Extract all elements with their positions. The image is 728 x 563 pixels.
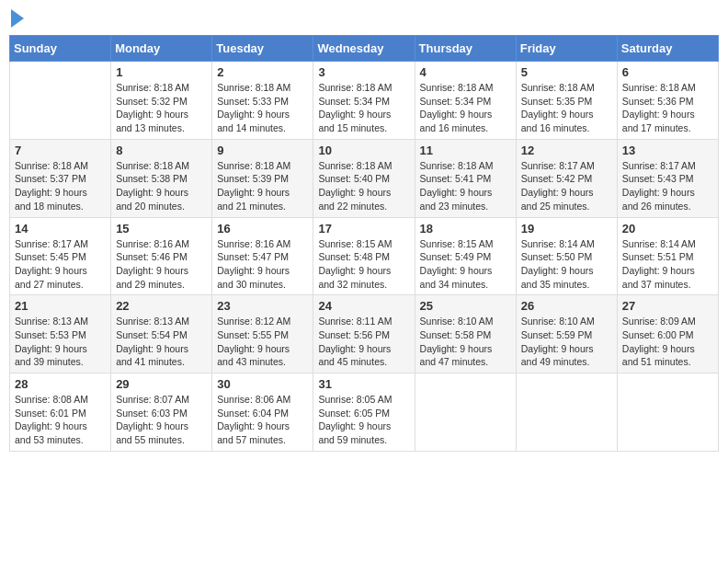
calendar-table: SundayMondayTuesdayWednesdayThursdayFrid… bbox=[9, 35, 719, 452]
calendar-cell: 5Sunrise: 8:18 AM Sunset: 5:35 PM Daylig… bbox=[516, 62, 617, 140]
calendar-cell: 25Sunrise: 8:10 AM Sunset: 5:58 PM Dayli… bbox=[415, 295, 516, 373]
page-header bbox=[9, 9, 719, 28]
day-number: 8 bbox=[116, 144, 207, 157]
calendar-cell: 18Sunrise: 8:15 AM Sunset: 5:49 PM Dayli… bbox=[415, 217, 516, 295]
day-number: 30 bbox=[217, 377, 308, 391]
calendar-cell: 26Sunrise: 8:10 AM Sunset: 5:59 PM Dayli… bbox=[516, 295, 617, 373]
day-content: Sunrise: 8:18 AM Sunset: 5:36 PM Dayligh… bbox=[622, 81, 713, 135]
calendar-cell: 11Sunrise: 8:18 AM Sunset: 5:41 PM Dayli… bbox=[415, 139, 516, 217]
calendar-cell: 15Sunrise: 8:16 AM Sunset: 5:46 PM Dayli… bbox=[111, 217, 212, 295]
day-number: 2 bbox=[217, 65, 308, 79]
calendar-cell: 16Sunrise: 8:16 AM Sunset: 5:47 PM Dayli… bbox=[212, 217, 313, 295]
calendar-cell: 13Sunrise: 8:17 AM Sunset: 5:43 PM Dayli… bbox=[617, 139, 718, 217]
day-number: 29 bbox=[116, 377, 207, 391]
calendar-cell: 22Sunrise: 8:13 AM Sunset: 5:54 PM Dayli… bbox=[111, 295, 212, 373]
day-content: Sunrise: 8:18 AM Sunset: 5:33 PM Dayligh… bbox=[217, 81, 308, 135]
day-number: 28 bbox=[15, 377, 106, 391]
day-content: Sunrise: 8:18 AM Sunset: 5:34 PM Dayligh… bbox=[420, 81, 511, 135]
day-number: 1 bbox=[116, 65, 207, 79]
logo-arrow-icon bbox=[11, 9, 24, 28]
day-content: Sunrise: 8:18 AM Sunset: 5:38 PM Dayligh… bbox=[116, 159, 207, 213]
day-content: Sunrise: 8:15 AM Sunset: 5:48 PM Dayligh… bbox=[318, 237, 409, 292]
day-number: 19 bbox=[521, 222, 612, 236]
day-number: 10 bbox=[318, 144, 409, 157]
day-content: Sunrise: 8:17 AM Sunset: 5:43 PM Dayligh… bbox=[622, 159, 713, 213]
day-content: Sunrise: 8:06 AM Sunset: 6:04 PM Dayligh… bbox=[217, 393, 308, 447]
day-content: Sunrise: 8:14 AM Sunset: 5:51 PM Dayligh… bbox=[622, 237, 713, 292]
day-number: 11 bbox=[420, 144, 511, 157]
day-content: Sunrise: 8:07 AM Sunset: 6:03 PM Dayligh… bbox=[116, 393, 207, 447]
calendar-cell bbox=[10, 62, 111, 140]
week-row-2: 7Sunrise: 8:18 AM Sunset: 5:37 PM Daylig… bbox=[10, 139, 719, 217]
day-number: 22 bbox=[116, 299, 207, 313]
calendar-cell: 3Sunrise: 8:18 AM Sunset: 5:34 PM Daylig… bbox=[313, 62, 415, 140]
calendar-cell: 29Sunrise: 8:07 AM Sunset: 6:03 PM Dayli… bbox=[111, 373, 212, 452]
day-content: Sunrise: 8:18 AM Sunset: 5:39 PM Dayligh… bbox=[217, 159, 308, 213]
day-content: Sunrise: 8:09 AM Sunset: 6:00 PM Dayligh… bbox=[622, 315, 713, 369]
day-number: 15 bbox=[116, 222, 207, 236]
calendar-cell: 30Sunrise: 8:06 AM Sunset: 6:04 PM Dayli… bbox=[212, 373, 313, 452]
col-header-thursday: Thursday bbox=[415, 36, 516, 62]
calendar-cell: 23Sunrise: 8:12 AM Sunset: 5:55 PM Dayli… bbox=[212, 295, 313, 373]
calendar-cell: 9Sunrise: 8:18 AM Sunset: 5:39 PM Daylig… bbox=[212, 139, 313, 217]
day-content: Sunrise: 8:13 AM Sunset: 5:54 PM Dayligh… bbox=[116, 315, 207, 369]
calendar-cell: 1Sunrise: 8:18 AM Sunset: 5:32 PM Daylig… bbox=[111, 62, 212, 140]
day-number: 5 bbox=[521, 65, 612, 79]
day-number: 20 bbox=[622, 222, 713, 236]
calendar-cell bbox=[415, 373, 516, 452]
week-row-4: 21Sunrise: 8:13 AM Sunset: 5:53 PM Dayli… bbox=[10, 295, 719, 373]
calendar-cell bbox=[516, 373, 617, 452]
calendar-cell: 17Sunrise: 8:15 AM Sunset: 5:48 PM Dayli… bbox=[313, 217, 415, 295]
day-content: Sunrise: 8:18 AM Sunset: 5:41 PM Dayligh… bbox=[420, 159, 511, 213]
day-content: Sunrise: 8:15 AM Sunset: 5:49 PM Dayligh… bbox=[420, 237, 511, 292]
day-number: 4 bbox=[420, 65, 511, 79]
calendar-cell: 21Sunrise: 8:13 AM Sunset: 5:53 PM Dayli… bbox=[10, 295, 111, 373]
day-number: 16 bbox=[217, 222, 308, 236]
day-number: 23 bbox=[217, 299, 308, 313]
day-number: 14 bbox=[15, 222, 106, 236]
week-row-1: 1Sunrise: 8:18 AM Sunset: 5:32 PM Daylig… bbox=[10, 62, 719, 140]
col-header-sunday: Sunday bbox=[10, 36, 111, 62]
day-number: 13 bbox=[622, 144, 713, 157]
day-content: Sunrise: 8:18 AM Sunset: 5:35 PM Dayligh… bbox=[521, 81, 612, 135]
header-row: SundayMondayTuesdayWednesdayThursdayFrid… bbox=[10, 36, 719, 62]
day-number: 12 bbox=[521, 144, 612, 157]
day-content: Sunrise: 8:17 AM Sunset: 5:42 PM Dayligh… bbox=[521, 159, 612, 213]
day-number: 31 bbox=[318, 377, 409, 391]
calendar-cell: 24Sunrise: 8:11 AM Sunset: 5:56 PM Dayli… bbox=[313, 295, 415, 373]
calendar-cell: 20Sunrise: 8:14 AM Sunset: 5:51 PM Dayli… bbox=[617, 217, 718, 295]
col-header-monday: Monday bbox=[111, 36, 212, 62]
day-content: Sunrise: 8:05 AM Sunset: 6:05 PM Dayligh… bbox=[318, 393, 409, 447]
calendar-cell: 4Sunrise: 8:18 AM Sunset: 5:34 PM Daylig… bbox=[415, 62, 516, 140]
logo bbox=[9, 9, 24, 28]
calendar-cell bbox=[617, 373, 718, 452]
day-content: Sunrise: 8:08 AM Sunset: 6:01 PM Dayligh… bbox=[15, 393, 106, 447]
calendar-cell: 28Sunrise: 8:08 AM Sunset: 6:01 PM Dayli… bbox=[10, 373, 111, 452]
calendar-cell: 10Sunrise: 8:18 AM Sunset: 5:40 PM Dayli… bbox=[313, 139, 415, 217]
week-row-5: 28Sunrise: 8:08 AM Sunset: 6:01 PM Dayli… bbox=[10, 373, 719, 452]
calendar-cell: 31Sunrise: 8:05 AM Sunset: 6:05 PM Dayli… bbox=[313, 373, 415, 452]
calendar-cell: 14Sunrise: 8:17 AM Sunset: 5:45 PM Dayli… bbox=[10, 217, 111, 295]
calendar-cell: 19Sunrise: 8:14 AM Sunset: 5:50 PM Dayli… bbox=[516, 217, 617, 295]
calendar-cell: 7Sunrise: 8:18 AM Sunset: 5:37 PM Daylig… bbox=[10, 139, 111, 217]
day-content: Sunrise: 8:10 AM Sunset: 5:58 PM Dayligh… bbox=[420, 315, 511, 369]
day-number: 17 bbox=[318, 222, 409, 236]
day-number: 26 bbox=[521, 299, 612, 313]
calendar-cell: 12Sunrise: 8:17 AM Sunset: 5:42 PM Dayli… bbox=[516, 139, 617, 217]
calendar-cell: 8Sunrise: 8:18 AM Sunset: 5:38 PM Daylig… bbox=[111, 139, 212, 217]
day-number: 9 bbox=[217, 144, 308, 157]
day-content: Sunrise: 8:13 AM Sunset: 5:53 PM Dayligh… bbox=[15, 315, 106, 369]
day-number: 21 bbox=[15, 299, 106, 313]
day-number: 18 bbox=[420, 222, 511, 236]
day-content: Sunrise: 8:16 AM Sunset: 5:47 PM Dayligh… bbox=[217, 237, 308, 292]
day-content: Sunrise: 8:18 AM Sunset: 5:32 PM Dayligh… bbox=[116, 81, 207, 135]
col-header-friday: Friday bbox=[516, 36, 617, 62]
col-header-tuesday: Tuesday bbox=[212, 36, 313, 62]
day-content: Sunrise: 8:12 AM Sunset: 5:55 PM Dayligh… bbox=[217, 315, 308, 369]
day-content: Sunrise: 8:16 AM Sunset: 5:46 PM Dayligh… bbox=[116, 237, 207, 292]
day-content: Sunrise: 8:14 AM Sunset: 5:50 PM Dayligh… bbox=[521, 237, 612, 292]
col-header-wednesday: Wednesday bbox=[313, 36, 415, 62]
day-content: Sunrise: 8:17 AM Sunset: 5:45 PM Dayligh… bbox=[15, 237, 106, 292]
day-content: Sunrise: 8:10 AM Sunset: 5:59 PM Dayligh… bbox=[521, 315, 612, 369]
day-content: Sunrise: 8:18 AM Sunset: 5:40 PM Dayligh… bbox=[318, 159, 409, 213]
